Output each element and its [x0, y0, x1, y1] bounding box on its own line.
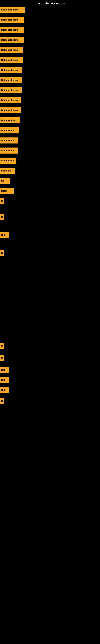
bar-label: Bottleneck resu: [0, 47, 23, 53]
bar-label: Bottleneck resu: [0, 97, 21, 103]
bar-label: B: [0, 198, 4, 204]
bar-label: Bottleneck resu: [0, 77, 22, 83]
bar-label: Bottleneck r: [0, 138, 18, 144]
bar-item: Bottleneck resu: [0, 107, 21, 114]
bar-label: Bottleneck r: [0, 148, 18, 154]
bar-item: Bot: [0, 366, 9, 374]
bar-item: Bottleneck resu: [0, 6, 25, 13]
site-title: TheBottlenecker.com: [0, 0, 100, 7]
bar-item: B: [0, 398, 3, 405]
bar-label: Bot: [0, 367, 9, 373]
bar-item: B: [0, 197, 4, 204]
bar-label: Bottleneck resu: [0, 7, 25, 13]
bar-item: Bottle: [0, 187, 14, 194]
bar-label: Bottleneck resu: [0, 37, 24, 43]
bar-label: Bo: [0, 178, 10, 184]
bar-label: B: [0, 398, 3, 404]
bar-label: Bottleneck resu: [0, 17, 24, 23]
bar-item: B: [0, 250, 3, 257]
bar-item: Bo: [0, 177, 10, 184]
bar-item: Bottleneck r: [0, 147, 18, 154]
bar-label: Bot: [0, 387, 9, 393]
bar-label: B: [0, 355, 3, 361]
bar-label: Bottleneck resu: [0, 67, 22, 73]
bar-item: Bottleneck re: [0, 117, 20, 124]
bar-label: Bottleneck resu: [0, 107, 21, 113]
bar-label: Bottleneck r: [0, 158, 16, 164]
bar-label: Bottle: [0, 188, 14, 194]
bar-label: Bot: [0, 377, 9, 383]
bar-label: B: [0, 343, 4, 349]
bar-label: Bottleneck resu: [0, 57, 23, 63]
bar-item: B: [0, 213, 4, 220]
bar-item: Bottleneck resu: [0, 56, 23, 64]
bar-item: Bottleneck r: [0, 127, 19, 134]
bar-item: Bottleneck resu: [0, 76, 22, 84]
bar-label: Bot: [0, 232, 9, 238]
bar-item: Bottleneck r: [0, 157, 16, 164]
bar-item: Bottleneck r: [0, 137, 18, 144]
bar-item: Bot: [0, 376, 9, 384]
bar-label: Bottlenec: [0, 168, 15, 174]
bar-item: Bottleneck resu: [0, 36, 24, 44]
bar-item: Bottleneck resu: [0, 86, 22, 94]
bar-label: Bottleneck resu: [0, 87, 22, 93]
bar-item: Bottleneck resu: [0, 66, 22, 74]
bar-label: Bottleneck re: [0, 117, 20, 123]
bar-item: Bottleneck resu: [0, 26, 24, 34]
bar-label: B: [0, 214, 4, 220]
bar-label: Bottleneck resu: [0, 27, 24, 33]
bar-item: Bottleneck resu: [0, 46, 23, 54]
bar-label: B: [0, 250, 3, 256]
bar-item: B: [0, 342, 4, 349]
bar-item: B: [0, 354, 3, 362]
bar-item: Bot: [0, 386, 9, 394]
bar-item: Bottlenec: [0, 167, 15, 174]
bar-label: Bottleneck r: [0, 128, 19, 134]
bar-item: Bottleneck resu: [0, 96, 21, 104]
bar-item: Bot: [0, 232, 9, 239]
bar-item: Bottleneck resu: [0, 16, 24, 23]
